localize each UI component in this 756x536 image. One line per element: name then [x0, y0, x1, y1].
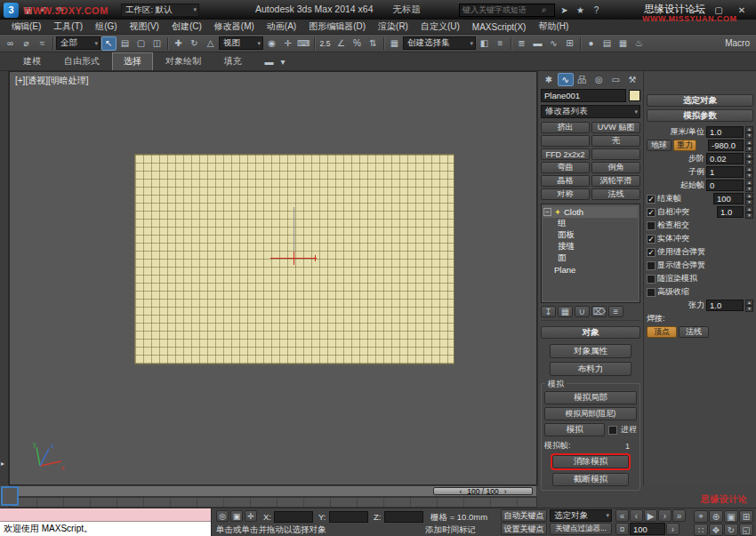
infocenter-search[interactable]: ⌕	[459, 4, 555, 17]
tab-motion-icon[interactable]: ◎	[591, 73, 607, 86]
weld-vertex-button[interactable]: 顶点	[647, 326, 677, 338]
layer-manager-icon[interactable]: ≣	[514, 36, 529, 51]
modifier-list-dropdown[interactable]: 修改器列表 ▾	[541, 105, 640, 118]
perspective-viewport[interactable]: [+][透视][明暗处理] x y z	[9, 71, 537, 485]
zoom-extents-icon[interactable]: ▣	[724, 510, 738, 523]
cloth-plane-object[interactable]	[134, 154, 454, 364]
simulate-local-damped-button[interactable]: 模拟局部(阻尼)	[544, 407, 637, 420]
end-frame-checkbox[interactable]: ✓	[647, 195, 655, 204]
key-mode-toggle-icon[interactable]: ¤	[615, 523, 629, 535]
modifier-preset-button[interactable]: 对称	[541, 188, 590, 200]
ribbon-options-icon[interactable]: ▬	[261, 54, 277, 68]
spinner[interactable]: ▲▼	[745, 206, 753, 218]
step-field[interactable]: 0.02	[706, 153, 744, 164]
pin-stack-icon[interactable]: ↧	[541, 306, 556, 317]
ribbon-tab-selection[interactable]: 选择	[112, 52, 153, 70]
window-crossing-icon[interactable]: ◫	[149, 36, 165, 51]
pan-icon[interactable]: ✥	[709, 524, 723, 536]
tab-utilities-icon[interactable]: ⚒	[624, 73, 640, 86]
workspace-selector[interactable]: 工作区: 默认 ▾	[121, 4, 199, 17]
auto-key-button[interactable]: 自动关键点	[501, 509, 547, 522]
zoom-extents-all-icon[interactable]: ⊞	[739, 510, 753, 523]
self-collision-field[interactable]: 1.0	[717, 206, 744, 218]
erase-simulation-button[interactable]: 消除模拟	[552, 455, 629, 468]
select-and-rotate-icon[interactable]: ↻	[187, 36, 202, 51]
tab-hierarchy-icon[interactable]: 品	[575, 73, 591, 86]
select-and-move-icon[interactable]: ✚	[171, 36, 186, 51]
ribbon-tab-freeform[interactable]: 自由形式	[53, 53, 110, 70]
schematic-view-icon[interactable]: ⊞	[562, 36, 577, 51]
modifier-preset-button[interactable]: UVW 贴图	[591, 122, 640, 133]
select-by-name-icon[interactable]: ▤	[117, 36, 133, 51]
modifier-preset-button[interactable]: 挤出	[541, 122, 590, 133]
viewport-menu-general[interactable]: [+]	[15, 76, 25, 85]
snap-toggle[interactable]: 2.5	[318, 36, 333, 51]
add-time-tag[interactable]: 添加时间标记	[425, 524, 476, 536]
mirror-icon[interactable]: ◧	[477, 36, 492, 51]
object-properties-button[interactable]: 对象属性	[550, 344, 631, 358]
ribbon-minimize-icon[interactable]: ▾	[278, 54, 287, 68]
spinner[interactable]: ▲▼	[745, 180, 753, 191]
search-icon[interactable]: ⌕	[542, 4, 547, 15]
bind-to-spacewarp-icon[interactable]: ≈	[35, 36, 50, 51]
spinner-snap-icon[interactable]: ⇅	[366, 36, 381, 51]
keyboard-shortcut-override-icon[interactable]: ⌨	[296, 36, 311, 51]
render-production-icon[interactable]: ♨	[631, 36, 647, 51]
gizmo-y-axis[interactable]	[294, 252, 294, 265]
tab-modify-icon[interactable]: ∿	[558, 73, 574, 86]
modifier-preset-button[interactable]: 涡轮平滑	[591, 175, 640, 187]
play-icon[interactable]: ▶	[644, 509, 657, 522]
spinner[interactable]: ▲▼	[745, 126, 753, 138]
y-coordinate-field[interactable]	[329, 511, 368, 523]
track-bar[interactable]	[9, 497, 537, 508]
maximize-viewport-icon[interactable]: ◱	[739, 524, 753, 536]
remove-modifier-icon[interactable]: ⌦	[591, 306, 607, 317]
stack-item-cloth[interactable]: − ✦ Cloth	[543, 206, 638, 218]
isolate-selection-icon[interactable]: ◎	[216, 510, 229, 522]
progress-checkbox[interactable]	[608, 426, 617, 435]
absolute-offset-mode-icon[interactable]: ✛	[245, 510, 257, 522]
ribbon-tab-modeling[interactable]: 建模	[12, 53, 52, 70]
modifier-preset-button[interactable]: 倒角	[591, 162, 640, 173]
ribbon-toggle-icon[interactable]: ▬	[530, 36, 545, 51]
render-setup-icon[interactable]: ▤	[599, 36, 615, 51]
show-end-result-icon[interactable]: ▦	[558, 306, 573, 317]
angle-snap-icon[interactable]: ∠	[334, 36, 349, 51]
make-unique-icon[interactable]: ∪	[575, 306, 590, 317]
favorites-icon[interactable]: ★	[574, 4, 587, 17]
current-frame-field[interactable]: 100	[630, 523, 665, 535]
modifier-preset-button[interactable]	[591, 148, 640, 160]
modifier-preset-button[interactable]: FFD 2x2x2	[541, 148, 590, 160]
selection-lock-icon[interactable]: ▣	[230, 510, 243, 522]
next-frame-icon[interactable]: ›	[658, 509, 672, 522]
key-mode-dropdown[interactable]: 选定对象 ▾	[550, 509, 612, 522]
stack-item-seams[interactable]: 接缝	[543, 241, 638, 252]
stack-item-plane[interactable]: Plane	[543, 264, 638, 276]
select-and-link-icon[interactable]: ∞	[3, 36, 18, 51]
material-editor-icon[interactable]: ●	[583, 36, 599, 51]
stack-item-faces[interactable]: 面	[543, 252, 638, 264]
end-frame-field[interactable]: 100	[713, 193, 744, 204]
frame-back-arrow[interactable]: ‹	[459, 487, 462, 496]
selection-region-icon[interactable]: ▢	[133, 36, 149, 51]
communication-center-icon[interactable]: ➤	[558, 4, 571, 17]
ribbon-tab-populate[interactable]: 填充	[213, 53, 253, 70]
stack-item-panel[interactable]: 面板	[543, 229, 638, 241]
menu-item[interactable]: 动画(A)	[261, 20, 302, 33]
truncate-simulation-button[interactable]: 截断模拟	[552, 473, 629, 486]
listener-line[interactable]: 欢迎使用 MAXScript。	[0, 522, 211, 536]
set-key-button[interactable]: 设置关键点	[501, 523, 547, 535]
advanced-pinching-checkbox[interactable]	[647, 288, 655, 297]
tab-display-icon[interactable]: ▭	[607, 73, 623, 86]
menu-item[interactable]: 自定义(U)	[414, 20, 466, 33]
simulate-button[interactable]: 模拟	[544, 423, 605, 436]
viewport-menu-shading[interactable]: [明暗处理]	[48, 76, 89, 85]
menu-item[interactable]: MAXScript(X)	[466, 22, 533, 32]
z-coordinate-field[interactable]	[384, 511, 423, 523]
menu-item[interactable]: 修改器(M)	[208, 20, 261, 33]
go-to-end-icon[interactable]: »	[672, 509, 686, 522]
viewport-layout-tab[interactable]	[1, 486, 19, 506]
check-intersections-checkbox[interactable]	[647, 221, 655, 230]
weld-normal-button[interactable]: 法线	[679, 326, 709, 338]
modifier-preset-button[interactable]: 法线	[591, 188, 640, 200]
